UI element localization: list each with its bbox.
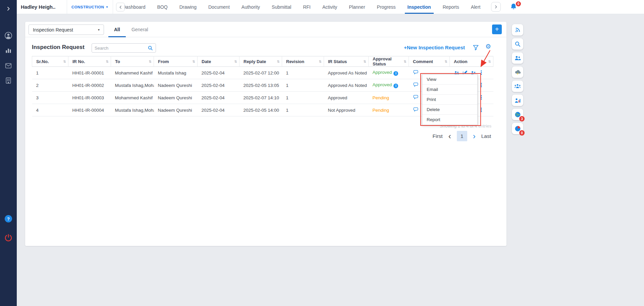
cell-approval-status: Pending: [369, 92, 409, 104]
sort-icon: ⇅: [193, 60, 195, 63]
filter-icon[interactable]: [473, 44, 479, 52]
kebab-menu-icon[interactable]: ⋮: [479, 107, 484, 113]
sort-icon: ⇅: [106, 60, 109, 63]
sidebar-expand-icon[interactable]: [0, 6, 17, 11]
row-action-menu: View Email Print Delete Report: [422, 74, 478, 125]
col-revision[interactable]: Revision⇅: [282, 56, 324, 67]
divider: [113, 0, 113, 14]
col-srno[interactable]: Sr.No.⇅: [32, 56, 68, 67]
sort-icon: ⇅: [445, 60, 447, 63]
pagination-page-1[interactable]: 1: [457, 131, 467, 141]
list-toolbar: Inspection Request +New Inspection Reque…: [25, 41, 506, 55]
search-input[interactable]: [95, 46, 146, 51]
topbar: Hadley Heigh.. CONSTRUCTION ▾ Dashboard …: [17, 0, 644, 14]
nav-item-dashboard[interactable]: Dashboard: [122, 0, 146, 14]
search-box: [92, 43, 156, 53]
help-icon[interactable]: ?: [0, 215, 17, 222]
stats-button[interactable]: 0: [512, 123, 523, 134]
menu-item-view[interactable]: View: [422, 74, 477, 85]
nav-item-alert[interactable]: Alert: [471, 0, 481, 14]
global-alerts-button[interactable]: 3: [512, 109, 523, 120]
profile-icon[interactable]: [0, 32, 17, 40]
nav-item-rfi[interactable]: RFI: [303, 0, 311, 14]
tab-general[interactable]: General: [126, 22, 154, 37]
kebab-menu-icon[interactable]: ⋮: [479, 83, 484, 88]
col-reply-date[interactable]: Reply Date⇅: [239, 56, 282, 67]
cell-ir-status: Approved: [324, 92, 369, 104]
nav-scroll-right-button[interactable]: [491, 2, 501, 12]
menu-item-report[interactable]: Report: [422, 115, 477, 125]
add-button[interactable]: +: [492, 24, 502, 34]
notification-bell-icon[interactable]: 0: [510, 3, 519, 11]
inspection-request-panel: Inspection Request ▾ All General + Inspe…: [25, 22, 506, 246]
col-to[interactable]: To⇅: [111, 56, 154, 67]
nav-item-drawing[interactable]: Drawing: [179, 0, 197, 14]
nav-scroll-left-button[interactable]: [116, 3, 125, 11]
col-from[interactable]: From⇅: [154, 56, 198, 67]
cell-approval-status: Approvedi: [369, 67, 409, 79]
comment-icon[interactable]: [413, 107, 419, 113]
nav-item-planner[interactable]: Planner: [349, 0, 365, 14]
nav-item-inspection[interactable]: Inspection: [408, 0, 431, 14]
kebab-menu-icon[interactable]: ⋮: [479, 70, 484, 75]
left-sidebar: ?: [0, 0, 17, 306]
bar-chart-icon[interactable]: [0, 47, 17, 54]
col-approval-status[interactable]: Approval Status⇅: [369, 56, 409, 67]
sort-icon: ⇅: [234, 60, 237, 63]
col-date[interactable]: Date⇅: [198, 56, 239, 67]
pagination-first[interactable]: First: [433, 133, 443, 139]
pagination-prev-icon[interactable]: ‹: [448, 132, 451, 140]
workforce-button[interactable]: [512, 81, 523, 92]
rss-feed-button[interactable]: [512, 24, 523, 36]
cell-to: Mohammed Kashif: [111, 67, 154, 79]
logout-power-icon[interactable]: [0, 234, 17, 242]
col-irno[interactable]: IR No.⇅: [68, 56, 111, 67]
settings-gear-icon[interactable]: ⚙: [485, 43, 491, 50]
nav-item-reports[interactable]: Reports: [443, 0, 459, 14]
menu-item-print[interactable]: Print: [422, 95, 477, 105]
menu-item-delete[interactable]: Delete: [422, 105, 477, 115]
cell-irno: HH01-IR-00003: [68, 92, 111, 104]
cell-srno: 4: [32, 104, 68, 116]
col-comment[interactable]: Comment⇅: [409, 56, 450, 67]
nav-item-boq[interactable]: BOQ: [157, 0, 168, 14]
mail-icon[interactable]: [0, 62, 17, 69]
cell-srno: 2: [32, 79, 68, 92]
project-mode-dropdown[interactable]: CONSTRUCTION ▾: [67, 0, 112, 14]
building-icon[interactable]: [0, 77, 17, 84]
module-select[interactable]: Inspection Request ▾: [29, 24, 104, 35]
panel-header: Inspection Request ▾ All General +: [25, 22, 506, 37]
notification-badge: 0: [516, 1, 521, 6]
nav-item-submittal[interactable]: Submittal: [272, 0, 291, 14]
search-icon[interactable]: [148, 45, 153, 51]
tab-general-label: General: [131, 27, 148, 32]
comment-icon[interactable]: [413, 82, 419, 89]
nav-item-document[interactable]: Document: [208, 0, 230, 14]
project-title: Hadley Heigh..: [21, 0, 55, 14]
kebab-menu-icon[interactable]: ⋮: [479, 95, 484, 100]
pagination-last[interactable]: Last: [481, 133, 491, 139]
comment-icon[interactable]: [413, 94, 419, 101]
nav-item-progress[interactable]: Progress: [377, 0, 396, 14]
info-icon[interactable]: i: [393, 71, 398, 76]
col-ir-status[interactable]: IR Status⇅: [324, 56, 369, 67]
info-icon[interactable]: i: [393, 84, 398, 88]
nav-item-activity[interactable]: Activity: [322, 0, 337, 14]
pagination: First ‹ 1 › Last: [433, 131, 491, 141]
pagination-next-icon[interactable]: ›: [473, 132, 476, 140]
stats-badge: 0: [519, 130, 525, 136]
team-button[interactable]: [512, 52, 523, 64]
weather-button[interactable]: [512, 66, 523, 78]
tab-all[interactable]: All: [108, 22, 126, 37]
sort-icon: ⇅: [488, 60, 491, 63]
nav-item-authority[interactable]: Authority: [241, 0, 260, 14]
menu-item-email[interactable]: Email: [422, 85, 477, 95]
cell-reply-date: 2025-02-07 14:10: [239, 92, 282, 104]
col-action[interactable]: Action⇅: [450, 56, 493, 67]
manpower-report-button[interactable]: [512, 95, 523, 106]
tab-all-label: All: [114, 27, 120, 32]
comment-icon[interactable]: [413, 69, 419, 76]
quick-search-button[interactable]: [512, 38, 523, 50]
cell-reply-date: 2025-02-05 14:00: [239, 104, 282, 116]
new-inspection-request-link[interactable]: +New Inspection Request: [404, 45, 465, 50]
